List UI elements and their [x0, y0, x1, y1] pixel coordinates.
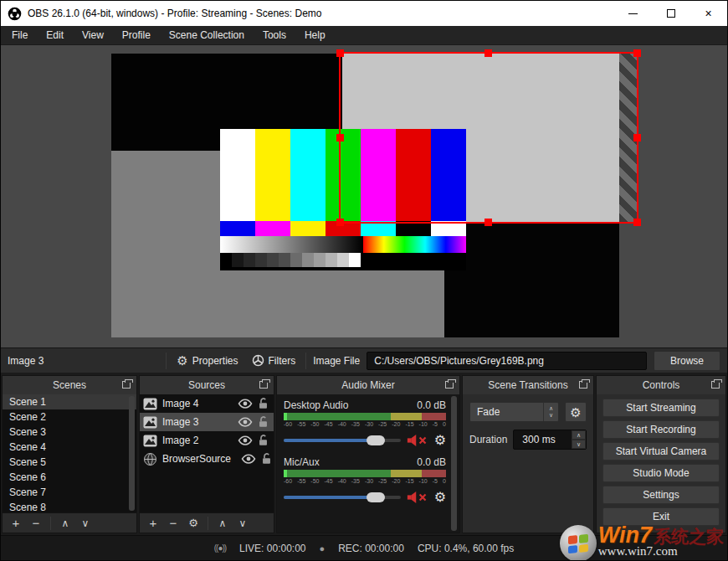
close-button[interactable]: ×	[690, 1, 727, 26]
source-properties-gear-icon[interactable]: ⚙	[185, 514, 202, 533]
menu-file[interactable]: File	[3, 26, 37, 44]
mute-speaker-icon[interactable]	[407, 434, 428, 447]
browse-button[interactable]: Browse	[654, 351, 720, 371]
source-row[interactable]: Image 2	[140, 431, 274, 450]
scene-row[interactable]: Scene 3	[3, 425, 136, 440]
source-toolbar: Image 3 ⚙ Properties Filters Image File …	[1, 347, 727, 373]
menu-help[interactable]: Help	[295, 26, 335, 44]
source-row[interactable]: BrowserSource	[140, 450, 274, 468]
selected-source-name: Image 3	[8, 355, 44, 367]
scene-row[interactable]: Scene 4	[3, 440, 136, 455]
meter-tick-label: -55	[297, 478, 305, 484]
source-selection-box[interactable]	[339, 52, 638, 224]
transition-properties-button[interactable]: ⚙	[565, 402, 587, 422]
sources-list: Image 4	[140, 394, 274, 512]
meter-tick-label: -10	[419, 421, 428, 427]
filters-button[interactable]: Filters	[249, 354, 300, 367]
window-title: OBS 26.1.0 (64-bit, windows) - Profile: …	[28, 8, 321, 19]
popout-icon[interactable]	[259, 381, 268, 389]
scene-row[interactable]: Scene 6	[3, 470, 136, 485]
visibility-eye-icon[interactable]	[241, 454, 256, 464]
lock-open-icon[interactable]	[258, 435, 269, 446]
maximize-button[interactable]	[652, 1, 690, 26]
image-file-path-input[interactable]	[367, 352, 647, 370]
preview-area[interactable]	[1, 45, 727, 347]
volume-slider[interactable]	[284, 433, 401, 448]
mixer-scrollbar[interactable]	[451, 396, 457, 531]
combo-arrows-icon[interactable]: ∧∨	[543, 403, 558, 421]
source-name: BrowserSource	[162, 453, 231, 465]
remove-source-button[interactable]: −	[165, 514, 182, 533]
start-recording-button[interactable]: Start Recording	[602, 420, 720, 439]
scene-move-down-button[interactable]: ∨	[77, 514, 94, 533]
mute-speaker-icon[interactable]	[407, 491, 428, 504]
menu-edit[interactable]: Edit	[37, 26, 73, 44]
scene-transitions-panel: Scene Transitions Fade ∧∨ ⚙ Duration	[462, 375, 594, 533]
add-scene-button[interactable]: +	[8, 514, 24, 533]
lock-open-icon[interactable]	[258, 416, 269, 428]
source-move-up-button[interactable]: ∧	[214, 514, 231, 533]
volume-slider[interactable]	[284, 490, 401, 505]
scene-row[interactable]: Scene 8	[3, 500, 136, 512]
selection-handle-top-left[interactable]	[336, 49, 344, 57]
exit-button[interactable]: Exit	[602, 507, 720, 526]
visibility-eye-icon[interactable]	[238, 399, 253, 409]
add-source-button[interactable]: +	[145, 514, 161, 533]
meter-tick-label: -20	[392, 478, 400, 484]
sources-panel-header: Sources	[140, 376, 274, 394]
scene-row[interactable]: Scene 2	[3, 409, 136, 425]
volume-slider-handle[interactable]	[367, 435, 385, 445]
obs-window: OBS 26.1.0 (64-bit, windows) - Profile: …	[0, 0, 728, 561]
volume-slider-handle[interactable]	[367, 492, 385, 502]
menu-view[interactable]: View	[73, 26, 113, 44]
selection-handle-bottom-middle[interactable]	[484, 219, 492, 226]
channel-gear-icon[interactable]: ⚙	[434, 491, 446, 504]
popout-icon[interactable]	[579, 381, 587, 389]
scene-move-up-button[interactable]: ∧	[57, 514, 74, 533]
scene-row[interactable]: Scene 7	[3, 485, 136, 500]
remove-scene-button[interactable]: −	[28, 514, 44, 533]
studio-mode-button[interactable]: Studio Mode	[602, 464, 720, 482]
channel-gear-icon[interactable]: ⚙	[434, 434, 446, 447]
start-streaming-button[interactable]: Start Streaming	[602, 399, 720, 417]
scene-row[interactable]: Scene 1	[3, 394, 136, 409]
source-name: Image 2	[162, 435, 198, 446]
menu-profile[interactable]: Profile	[113, 26, 160, 44]
menu-scene-collection[interactable]: Scene Collection	[160, 26, 254, 44]
popout-icon[interactable]	[711, 381, 720, 389]
selection-handle-bottom-left[interactable]	[336, 219, 344, 226]
selection-handle-top-middle[interactable]	[484, 49, 492, 57]
selection-handle-middle-left[interactable]	[336, 134, 344, 142]
lock-open-icon[interactable]	[261, 453, 272, 465]
popout-icon[interactable]	[445, 381, 454, 389]
meter-tick-label: -15	[405, 421, 413, 427]
properties-button[interactable]: ⚙ Properties	[173, 354, 241, 367]
source-row[interactable]: Image 4	[140, 394, 274, 413]
visibility-eye-icon[interactable]	[238, 435, 253, 445]
menu-tools[interactable]: Tools	[254, 26, 295, 44]
popout-icon[interactable]	[122, 381, 131, 389]
duration-value: 300 ms	[514, 430, 572, 449]
settings-button[interactable]: Settings	[602, 486, 720, 504]
scene-row[interactable]: Scene 5	[3, 455, 136, 470]
scene-canvas[interactable]	[111, 54, 619, 337]
duration-increase-button[interactable]: ∧	[572, 430, 586, 440]
lock-open-icon[interactable]	[258, 398, 269, 409]
duration-spinbox[interactable]: 300 ms ∧ ∨	[513, 430, 587, 450]
selection-handle-middle-right[interactable]	[633, 134, 641, 142]
cpu-fps-status: CPU: 0.4%, 60.00 fps	[418, 543, 514, 554]
duration-decrease-button[interactable]: ∨	[572, 440, 586, 449]
source-move-down-button[interactable]: ∨	[234, 514, 251, 533]
meter-tick-label: -30	[365, 421, 373, 427]
selection-handle-top-right[interactable]	[633, 49, 641, 57]
source-row[interactable]: Image 3	[140, 413, 274, 431]
minimize-button[interactable]	[614, 1, 652, 26]
channel-db-value: 0.0 dB	[417, 399, 446, 411]
visibility-eye-icon[interactable]	[238, 417, 253, 427]
start-virtual-camera-button[interactable]: Start Virtual Camera	[602, 442, 720, 461]
scenes-scrollbar[interactable]	[129, 396, 135, 511]
transition-select[interactable]: Fade ∧∨	[469, 402, 559, 422]
filters-label: Filters	[269, 355, 296, 367]
audio-mixer-header: Audio Mixer	[277, 376, 459, 394]
selection-handle-bottom-right[interactable]	[633, 219, 641, 226]
